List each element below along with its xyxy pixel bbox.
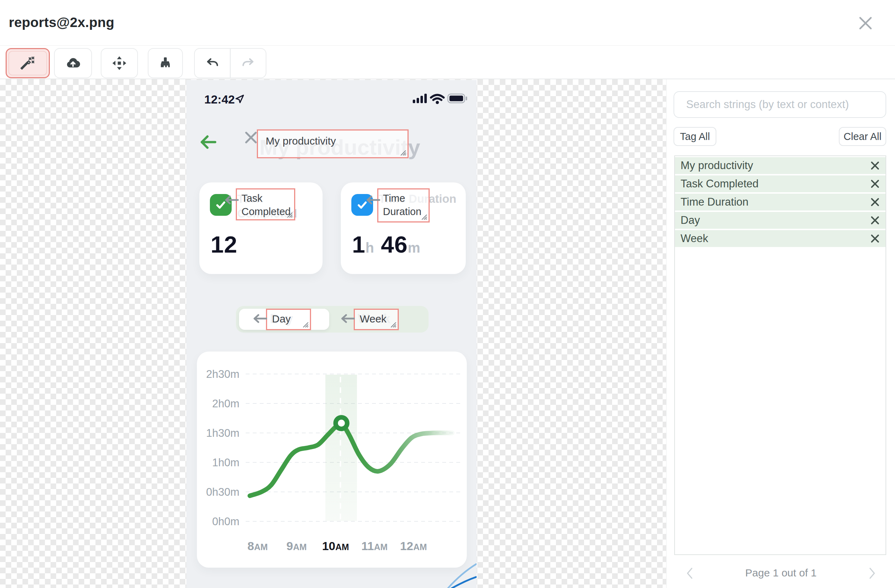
resize-handle-icon[interactable] [303,322,308,328]
page-indicator: Page 1 out of 1 [666,567,895,579]
wifi-icon [431,95,444,104]
remove-string-icon[interactable] [870,197,880,207]
redo-icon [241,56,255,70]
productivity-chart-card: 2h30m2h0m1h30m1h0m0h30m0h0m 8AM9AM10AM11… [197,352,467,568]
move-tool-button[interactable] [101,48,138,78]
undo-icon [206,56,219,70]
brush-tool-button[interactable] [148,48,183,78]
screenshot-image: 12:42 My produc [187,80,476,588]
next-page-icon[interactable] [866,566,877,580]
signal-icon [413,94,427,103]
hours-unit: h [366,240,374,255]
peak-point-marker [335,417,347,429]
highlight-band-10am [325,375,357,521]
tag-label: Task Completed [241,192,291,218]
remove-string-icon[interactable] [870,233,880,244]
magic-wand-icon [20,56,35,71]
svg-text:11AM: 11AM [361,539,388,553]
resize-handle-icon[interactable] [287,212,293,218]
minutes-value: 46 [381,231,408,258]
svg-text:12AM: 12AM [400,539,427,553]
status-time: 12:42 [204,92,235,106]
string-text: Task Completed [681,177,758,190]
strings-sidebar: Tag All Clear All My productivity Task C… [666,79,895,588]
svg-text:0h30m: 0h30m [206,486,240,498]
move-icon [112,56,127,71]
x-axis-tick-labels: 8AM9AM10AM11AM12AM [247,539,427,553]
location-arrow-icon [235,94,245,104]
battery-icon [448,94,467,103]
page-title: reports@2x.png [9,15,114,30]
editor-canvas[interactable]: 12:42 My produc [0,79,666,588]
tag-label: Week [360,313,387,325]
hours-value: 1 [352,231,366,258]
cloud-upload-icon [66,56,80,71]
svg-text:2h0m: 2h0m [212,397,240,410]
string-tag-week[interactable]: Week [354,309,399,330]
tasks-completed-value: 12 [211,231,238,258]
resize-handle-icon[interactable] [400,150,406,156]
strings-list: My productivity Task Completed Time Dura… [674,155,886,555]
svg-text:10AM: 10AM [322,539,349,553]
tag-leader-arrow-icon [223,195,239,205]
string-list-item[interactable]: My productivity [675,157,886,174]
day-week-toggle: Day Day Week Week [236,306,429,333]
brush-icon [158,56,173,71]
string-tag-day[interactable]: Day [266,309,311,330]
string-list-item[interactable]: Time Duration [675,194,886,211]
window-titlebar: reports@2x.png [0,0,895,45]
remove-string-icon[interactable] [870,161,880,171]
undo-button[interactable] [195,49,230,77]
string-list-item[interactable]: Task Completed [675,176,886,192]
remove-string-icon[interactable] [870,179,880,189]
redo-button[interactable] [230,49,266,77]
upload-tool-button[interactable] [54,48,92,78]
svg-text:2h30m: 2h30m [206,368,240,380]
resize-handle-icon[interactable] [421,214,427,220]
string-list-item[interactable]: Week [675,230,886,247]
string-list-item[interactable]: Day [675,212,886,229]
time-duration-value: 1h 46m [352,231,420,258]
remove-string-icon[interactable] [870,215,880,225]
tag-label: Day [272,313,291,325]
string-text: Day [681,214,700,227]
svg-text:0h0m: 0h0m [212,515,240,527]
svg-text:8AM: 8AM [247,539,268,553]
clear-all-button[interactable]: Clear All [839,127,886,146]
undo-redo-group [194,48,266,78]
tag-label: My productivity [266,135,336,147]
time-duration-card: Time Duration Time Duration 1h 46m [341,182,466,274]
string-tag-my-productivity[interactable]: My productivity [257,129,408,158]
pagination: Page 1 out of 1 [666,565,895,582]
close-icon[interactable] [858,15,873,31]
minutes-unit: m [408,240,420,255]
tag-leader-arrow-icon [340,314,355,323]
y-axis-tick-labels: 2h30m2h0m1h30m1h0m0h30m0h0m [206,368,240,527]
remove-tag-icon[interactable] [245,131,257,144]
back-arrow-icon [199,133,217,151]
string-tag-task-completed[interactable]: Task Completed [236,188,295,220]
tag-leader-arrow-icon [365,195,380,205]
string-text: Week [681,232,708,245]
toolbar: Filter strings: /productivity.csv String… [0,45,895,79]
tag-leader-arrow-icon [252,314,267,323]
svg-text:1h0m: 1h0m [212,456,240,469]
string-tag-time-duration[interactable]: Time Duration [377,188,429,223]
statusbar-icons [412,91,469,105]
task-completed-card: Task Completed Task Completed 12 [199,182,323,274]
svg-text:1h30m: 1h30m [206,427,240,439]
string-text: Time Duration [681,196,749,208]
resize-handle-icon[interactable] [390,322,396,328]
string-text: My productivity [681,159,753,172]
svg-text:9AM: 9AM [287,539,307,553]
tag-all-button[interactable]: Tag All [674,127,716,146]
magic-wand-tool-button[interactable] [6,48,50,78]
search-strings-input[interactable] [674,91,886,118]
next-chart-blue-curves [425,560,476,588]
productivity-line-chart: 2h30m2h0m1h30m1h0m0h30m0h0m 8AM9AM10AM11… [197,352,467,568]
